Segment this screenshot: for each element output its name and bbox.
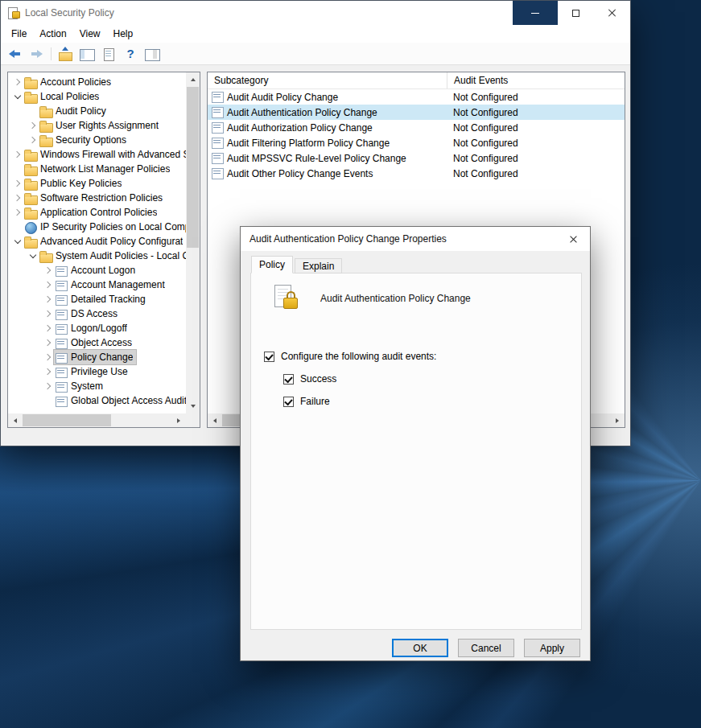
vertical-scrollbar-thumb[interactable] — [187, 87, 199, 248]
expander-icon[interactable] — [27, 249, 39, 263]
table-row[interactable]: Audit Audit Policy Change Not Configured — [208, 89, 625, 105]
expander-icon[interactable] — [42, 364, 54, 379]
tree-item[interactable]: Application Control Policies — [8, 205, 186, 220]
up-level-button[interactable] — [56, 45, 75, 63]
minimize-button[interactable] — [513, 1, 558, 25]
action-pane-button[interactable] — [142, 45, 162, 63]
tree-item[interactable]: Account Logon — [8, 263, 186, 278]
tree-item-icon — [55, 265, 68, 276]
expander-icon[interactable] — [42, 335, 54, 350]
expander-icon[interactable] — [11, 191, 23, 205]
close-button[interactable] — [594, 1, 630, 25]
scroll-right-button[interactable] — [611, 413, 625, 427]
column-label: Subcategory — [214, 75, 268, 86]
expander-icon[interactable] — [42, 278, 54, 292]
tree-item[interactable]: Audit Policy — [8, 104, 186, 118]
cancel-button[interactable]: Cancel — [458, 639, 514, 657]
tree-vertical-scrollbar[interactable] — [186, 72, 200, 413]
dialog-titlebar[interactable]: Audit Authentication Policy Change Prope… — [241, 227, 590, 251]
horizontal-scrollbar-thumb[interactable] — [23, 414, 111, 426]
tree-item-label: System Audit Policies - Local G — [56, 250, 186, 261]
expander-icon[interactable] — [11, 234, 23, 249]
expander-icon[interactable] — [11, 75, 23, 89]
tree-horizontal-scrollbar[interactable] — [8, 413, 186, 427]
expander-icon[interactable] — [42, 306, 54, 321]
window-titlebar[interactable]: Local Security Policy — [1, 1, 630, 25]
expander-icon[interactable] — [11, 220, 23, 234]
menu-item[interactable]: Action — [33, 26, 72, 42]
expander-icon[interactable] — [11, 147, 23, 162]
tab-policy[interactable]: Policy — [251, 256, 293, 274]
table-row[interactable]: Audit Authorization Policy Change Not Co… — [208, 120, 625, 135]
dialog-tabs: Policy Explain — [251, 256, 344, 274]
expander-icon[interactable] — [42, 350, 54, 364]
maximize-button[interactable] — [558, 1, 594, 25]
scroll-down-button[interactable] — [186, 400, 200, 413]
scroll-up-button[interactable] — [186, 72, 200, 86]
tree-item[interactable]: Network List Manager Policies — [8, 162, 186, 176]
failure-checkbox[interactable]: Failure — [283, 396, 436, 407]
checkbox-icon[interactable] — [283, 397, 294, 407]
scroll-left-button[interactable] — [8, 413, 22, 427]
expander-icon[interactable] — [42, 393, 54, 408]
forward-button[interactable] — [27, 45, 47, 63]
menu-item[interactable]: View — [73, 26, 107, 42]
table-row[interactable]: Audit Authentication Policy Change Not C… — [208, 105, 625, 120]
tree-item-icon — [55, 309, 68, 319]
expander-icon[interactable] — [11, 205, 23, 220]
caption-buttons — [513, 1, 630, 25]
tab-explain[interactable]: Explain — [295, 258, 342, 274]
table-row[interactable]: Audit Other Policy Change Events Not Con… — [208, 166, 625, 181]
dialog-close-button[interactable] — [556, 227, 590, 251]
column-header-subcategory[interactable]: Subcategory — [208, 72, 447, 88]
configure-audit-events-checkbox[interactable]: Configure the following audit events: — [264, 351, 436, 362]
show-console-tree-button[interactable] — [77, 45, 97, 63]
expander-icon[interactable] — [42, 292, 54, 306]
apply-button[interactable]: Apply — [524, 639, 580, 657]
tree-item[interactable]: System Audit Policies - Local G — [8, 249, 186, 263]
tab-label: Explain — [303, 261, 334, 272]
button-label: Cancel — [471, 643, 501, 654]
tree-item[interactable]: User Rights Assignment — [8, 118, 186, 133]
ok-button[interactable]: OK — [392, 639, 448, 657]
expander-icon[interactable] — [27, 118, 39, 133]
tree-item[interactable]: Policy Change — [8, 350, 186, 364]
tree-item[interactable]: Privilege Use — [8, 364, 186, 379]
column-header-audit-events[interactable]: Audit Events — [447, 72, 625, 88]
expander-icon[interactable] — [11, 176, 23, 191]
table-row[interactable]: Audit MPSSVC Rule-Level Policy Change No… — [208, 150, 625, 166]
tree-item[interactable]: Local Policies — [8, 89, 186, 104]
tree-item[interactable]: DS Access — [8, 306, 186, 321]
tree-item[interactable]: Software Restriction Policies — [8, 191, 186, 205]
back-button[interactable] — [6, 45, 25, 63]
tree-item[interactable]: IP Security Policies on Local Comp — [8, 220, 186, 234]
tree-item[interactable]: Public Key Policies — [8, 176, 186, 191]
export-list-button[interactable] — [99, 45, 118, 63]
tree-item[interactable]: Account Policies — [8, 75, 186, 89]
tree-item[interactable]: Windows Firewall with Advanced S — [8, 147, 186, 162]
tree-item[interactable]: Logon/Logoff — [8, 321, 186, 335]
expander-icon[interactable] — [27, 133, 39, 147]
tree-item[interactable]: System — [8, 379, 186, 393]
table-row[interactable]: Audit Filtering Platform Policy Change N… — [208, 135, 625, 150]
success-checkbox[interactable]: Success — [283, 373, 436, 385]
expander-icon[interactable] — [11, 89, 23, 104]
tree-item[interactable]: Account Management — [8, 278, 186, 292]
checkbox-icon[interactable] — [264, 352, 274, 362]
scroll-left-button[interactable] — [208, 413, 221, 427]
tree-item[interactable]: Detailed Tracking — [8, 292, 186, 306]
tree-item[interactable]: Global Object Access Audit — [8, 393, 186, 408]
help-button[interactable] — [121, 45, 140, 63]
checkbox-icon[interactable] — [283, 374, 294, 385]
tree-item[interactable]: Security Options — [8, 133, 186, 147]
expander-icon[interactable] — [42, 263, 54, 278]
expander-icon[interactable] — [42, 379, 54, 393]
tree-item[interactable]: Object Access — [8, 335, 186, 350]
expander-icon[interactable] — [27, 104, 39, 118]
expander-icon[interactable] — [42, 321, 54, 335]
scroll-right-button[interactable] — [172, 413, 186, 427]
menu-item[interactable]: Help — [107, 26, 140, 42]
menu-item[interactable]: File — [5, 26, 33, 42]
tree-item[interactable]: Advanced Audit Policy Configurat — [8, 234, 186, 249]
expander-icon[interactable] — [11, 162, 23, 176]
